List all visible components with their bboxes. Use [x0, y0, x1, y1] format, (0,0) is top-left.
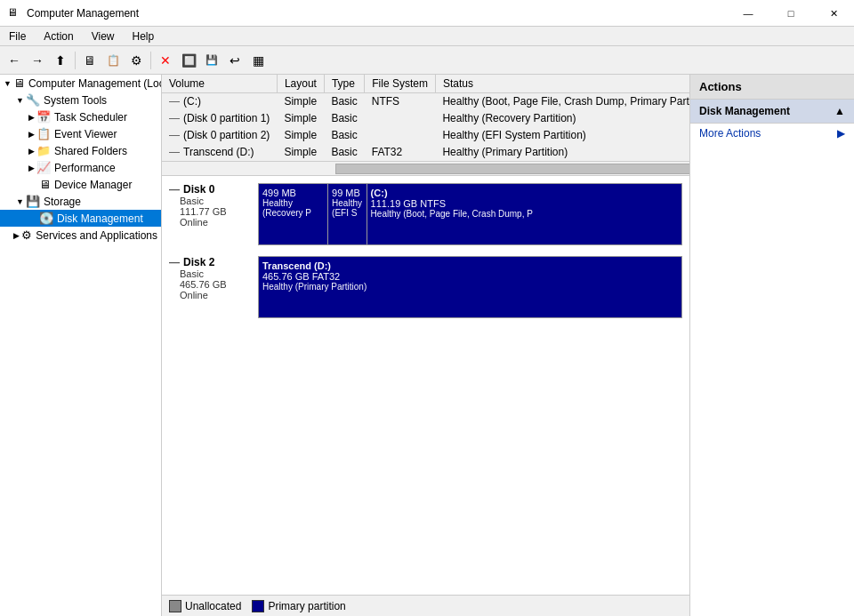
cell-type: Basic: [324, 144, 364, 161]
table-row[interactable]: —(Disk 0 partition 2)SimpleBasicHealthy …: [162, 127, 689, 144]
toolbar-settings[interactable]: ⚙: [125, 50, 147, 71]
volume-table: VolumeLayoutTypeFile SystemStatus —(C:)S…: [162, 75, 689, 161]
col-type[interactable]: Type: [324, 75, 364, 93]
sidebar-item-disk-management[interactable]: 💽Disk Management: [0, 210, 161, 227]
toolbar-export[interactable]: 💾: [201, 50, 222, 71]
app-icon: 🖥: [7, 6, 21, 20]
toolbar-grid[interactable]: ▦: [247, 50, 269, 71]
partition-efi[interactable]: 99 MBHealthy (EFI S: [328, 184, 367, 244]
cell-type: Basic: [324, 93, 364, 110]
legend-primary-box: [252, 600, 264, 612]
partition-primary[interactable]: Transcend (D:)465.76 GB FAT32Healthy (Pr…: [259, 257, 681, 317]
sidebar-item-storage[interactable]: ▼💾Storage: [0, 193, 161, 210]
toolbar-extend[interactable]: 🔲: [178, 50, 199, 71]
col-volume[interactable]: Volume: [162, 75, 277, 93]
sidebar-item-device-manager[interactable]: 🖥Device Manager: [0, 176, 161, 193]
actions-section-disk-management[interactable]: Disk Management ▲: [690, 100, 854, 124]
sidebar-item-event-viewer[interactable]: ▶📋Event Viewer: [0, 125, 161, 142]
title-bar: 🖥 Computer Management — □ ✕: [0, 0, 854, 27]
horizontal-scrollbar[interactable]: [162, 162, 689, 176]
cell-status: Healthy (Primary Partition): [435, 144, 689, 161]
cell-volume: —Transcend (D:): [162, 144, 277, 161]
toolbar-show-hide[interactable]: 🖥: [79, 50, 101, 71]
cell-fs: [365, 110, 436, 127]
window-title: Computer Management: [27, 7, 847, 20]
cell-volume: —(Disk 0 partition 1): [162, 110, 277, 127]
actions-more-arrow: ▶: [837, 127, 845, 140]
cell-type: Basic: [324, 127, 364, 144]
menu-bar: File Action View Help: [0, 27, 854, 46]
toolbar-sep1: [75, 52, 76, 69]
sidebar-item-performance[interactable]: ▶📈Performance: [0, 159, 161, 176]
partition-primary[interactable]: (C:)111.19 GB NTFSHealthy (Boot, Page Fi…: [367, 184, 681, 244]
actions-panel: Actions Disk Management ▲ More Actions ▶: [689, 75, 854, 616]
legend-primary: Primary partition: [252, 600, 345, 612]
window-controls: — □ ✕: [728, 0, 854, 27]
legend-unallocated-label: Unallocated: [185, 600, 241, 612]
disk-visual-area: —Disk 0Basic111.77 GBOnline499 MBHealthy…: [162, 176, 689, 595]
table-row[interactable]: —(Disk 0 partition 1)SimpleBasicHealthy …: [162, 110, 689, 127]
cell-fs: NTFS: [365, 93, 436, 110]
disk-block-disk-0: —Disk 0Basic111.77 GBOnline499 MBHealthy…: [169, 183, 682, 245]
toolbar: ← → ⬆ 🖥 📋 ⚙ ✕ 🔲 💾 ↩ ▦: [0, 46, 854, 75]
menu-action[interactable]: Action: [35, 28, 82, 44]
toolbar-back[interactable]: ←: [4, 50, 25, 71]
sidebar-item-services-applications[interactable]: ▶⚙Services and Applications: [0, 227, 161, 244]
toolbar-properties[interactable]: 📋: [102, 50, 124, 71]
sidebar-item-shared-folders[interactable]: ▶📁Shared Folders: [0, 142, 161, 159]
cell-layout: Simple: [277, 93, 324, 110]
sidebar-item-computer-management[interactable]: ▼🖥Computer Management (Local: [0, 75, 161, 92]
minimize-button[interactable]: —: [728, 0, 769, 27]
cell-layout: Simple: [277, 127, 324, 144]
actions-more-actions[interactable]: More Actions ▶: [690, 124, 854, 143]
menu-view[interactable]: View: [83, 28, 124, 44]
cell-status: Healthy (EFI System Partition): [435, 127, 689, 144]
cell-type: Basic: [324, 110, 364, 127]
menu-help[interactable]: Help: [124, 28, 164, 44]
legend-unallocated-box: [169, 600, 181, 612]
table-row[interactable]: —Transcend (D:)SimpleBasicFAT32Healthy (…: [162, 144, 689, 161]
actions-section-label: Disk Management: [699, 105, 790, 117]
cell-fs: [365, 127, 436, 144]
disk-info: —Disk 0Basic111.77 GBOnline: [169, 183, 258, 228]
content-area: VolumeLayoutTypeFile SystemStatus —(C:)S…: [162, 75, 689, 616]
cell-volume: —(C:): [162, 93, 277, 110]
actions-section-chevron: ▲: [834, 105, 845, 117]
toolbar-sep2: [150, 52, 151, 69]
col-file-system[interactable]: File System: [365, 75, 436, 93]
sidebar-item-system-tools[interactable]: ▼🔧System Tools: [0, 92, 161, 108]
sidebar-item-task-scheduler[interactable]: ▶📅Task Scheduler: [0, 108, 161, 125]
toolbar-delete[interactable]: ✕: [155, 50, 176, 71]
close-button[interactable]: ✕: [813, 0, 854, 27]
main-layout: ▼🖥Computer Management (Local▼🔧System Too…: [0, 75, 854, 616]
col-status[interactable]: Status: [435, 75, 689, 93]
cell-fs: FAT32: [365, 144, 436, 161]
disk-partitions: 499 MBHealthy (Recovery P99 MBHealthy (E…: [258, 183, 682, 245]
toolbar-forward[interactable]: →: [27, 50, 48, 71]
cell-layout: Simple: [277, 110, 324, 127]
legend-primary-label: Primary partition: [268, 600, 345, 612]
partition-primary[interactable]: 499 MBHealthy (Recovery P: [259, 184, 328, 244]
disk-table-area: VolumeLayoutTypeFile SystemStatus —(C:)S…: [162, 75, 689, 162]
col-layout[interactable]: Layout: [277, 75, 324, 93]
actions-header: Actions: [690, 75, 854, 100]
sidebar: ▼🖥Computer Management (Local▼🔧System Too…: [0, 75, 162, 616]
cell-layout: Simple: [277, 144, 324, 161]
actions-more-label: More Actions: [699, 127, 761, 140]
disk-block-disk-2: —Disk 2Basic465.76 GBOnlineTranscend (D:…: [169, 256, 682, 318]
disk-info: —Disk 2Basic465.76 GBOnline: [169, 256, 258, 300]
toolbar-up[interactable]: ⬆: [50, 50, 71, 71]
cell-status: Healthy (Boot, Page File, Crash Dump, Pr…: [435, 93, 689, 110]
cell-status: Healthy (Recovery Partition): [435, 110, 689, 127]
menu-file[interactable]: File: [0, 28, 35, 44]
disk-partitions: Transcend (D:)465.76 GB FAT32Healthy (Pr…: [258, 256, 682, 318]
cell-volume: —(Disk 0 partition 2): [162, 127, 277, 144]
table-row[interactable]: —(C:)SimpleBasicNTFSHealthy (Boot, Page …: [162, 93, 689, 110]
legend-unallocated: Unallocated: [169, 600, 241, 612]
legend-bar: Unallocated Primary partition: [162, 595, 689, 616]
maximize-button[interactable]: □: [770, 0, 811, 27]
toolbar-undo[interactable]: ↩: [224, 50, 246, 71]
